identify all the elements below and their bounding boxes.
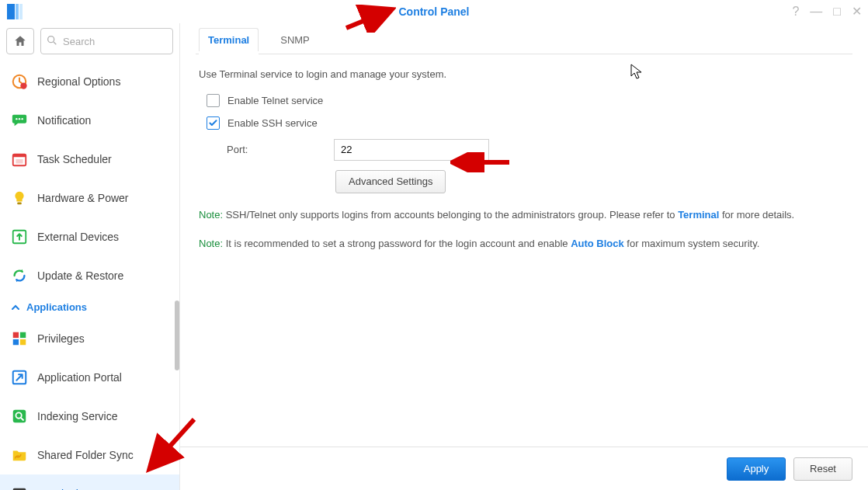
window-controls: ? — □ ✕ bbox=[792, 5, 862, 18]
sidebar-item-notification[interactable]: Notification bbox=[0, 101, 179, 140]
intro-text: Use Terminal service to login and manage… bbox=[199, 67, 849, 82]
note-1: Note: SSH/Telnet only supports logins fr… bbox=[199, 207, 849, 223]
sidebar-item-external-devices[interactable]: External Devices bbox=[0, 217, 179, 256]
close-icon[interactable]: ✕ bbox=[852, 5, 862, 18]
svg-rect-16 bbox=[20, 332, 26, 338]
reset-button[interactable]: Reset bbox=[793, 457, 852, 481]
tab-content: Use Terminal service to login and manage… bbox=[196, 54, 852, 252]
svg-point-9 bbox=[21, 118, 23, 120]
checkbox-telnet[interactable] bbox=[207, 94, 220, 107]
tab-snmp[interactable]: SNMP bbox=[276, 28, 314, 54]
apply-button[interactable]: Apply bbox=[727, 457, 786, 481]
svg-rect-12 bbox=[16, 159, 23, 164]
sidebar-item-label: Task Scheduler bbox=[37, 153, 112, 165]
sidebar-item-label: Notification bbox=[37, 114, 91, 127]
tab-bar: Terminal SNMP bbox=[196, 23, 852, 54]
footer: Apply Reset bbox=[180, 447, 868, 490]
sidebar-item-terminal-snmp[interactable]: Terminal & SNMP bbox=[0, 474, 179, 490]
note-tag: Note: bbox=[199, 209, 223, 221]
svg-rect-1 bbox=[16, 4, 19, 19]
sidebar-item-task-scheduler[interactable]: Task Scheduler bbox=[0, 140, 179, 179]
svg-point-7 bbox=[16, 118, 17, 120]
auto-block-link[interactable]: Auto Block bbox=[571, 238, 624, 249]
folder-sync-icon bbox=[11, 447, 28, 464]
sidebar-item-indexing-service[interactable]: Indexing Service bbox=[0, 397, 179, 436]
svg-rect-15 bbox=[13, 332, 19, 338]
maximize-icon[interactable]: □ bbox=[833, 5, 841, 18]
sidebar-scroll[interactable]: Regional Options Notification Task Sched… bbox=[0, 62, 179, 490]
chevron-up-icon bbox=[11, 303, 20, 312]
grid-icon bbox=[11, 330, 28, 347]
port-input[interactable] bbox=[334, 139, 489, 161]
clock-icon bbox=[11, 73, 28, 90]
chat-icon bbox=[11, 112, 28, 129]
main-panel: Terminal SNMP Use Terminal service to lo… bbox=[180, 23, 868, 490]
sidebar-item-application-portal[interactable]: Application Portal bbox=[0, 358, 179, 397]
svg-point-6 bbox=[20, 82, 26, 89]
search-input[interactable] bbox=[40, 28, 173, 54]
sidebar-section-applications[interactable]: Applications bbox=[0, 295, 179, 319]
svg-rect-20 bbox=[13, 410, 26, 423]
sidebar-item-label: Application Portal bbox=[37, 371, 122, 384]
refresh-icon bbox=[11, 267, 28, 284]
svg-rect-11 bbox=[13, 155, 26, 158]
help-icon[interactable]: ? bbox=[792, 5, 799, 18]
svg-rect-18 bbox=[20, 339, 26, 345]
sidebar-item-label: Shared Folder Sync bbox=[37, 449, 134, 461]
portal-icon bbox=[11, 369, 28, 386]
checkbox-ssh[interactable] bbox=[207, 116, 220, 130]
sidebar-item-label: Update & Restore bbox=[37, 269, 123, 282]
advanced-settings-button[interactable]: Advanced Settings bbox=[335, 170, 446, 193]
sidebar-item-hardware-power[interactable]: Hardware & Power bbox=[0, 179, 179, 217]
sidebar-item-regional-options[interactable]: Regional Options bbox=[0, 62, 179, 101]
checkbox-ssh-label: Enable SSH service bbox=[227, 116, 318, 131]
terminal-icon bbox=[11, 485, 28, 490]
svg-point-8 bbox=[19, 118, 20, 120]
svg-line-4 bbox=[54, 42, 56, 44]
sidebar-item-update-restore[interactable]: Update & Restore bbox=[0, 256, 179, 295]
search-file-icon bbox=[11, 408, 28, 425]
calendar-icon bbox=[11, 151, 28, 168]
sidebar-section-label: Applications bbox=[26, 301, 87, 313]
sidebar-item-privileges[interactable]: Privileges bbox=[0, 319, 179, 358]
bulb-icon bbox=[11, 189, 28, 207]
sidebar-item-label: Regional Options bbox=[37, 75, 120, 88]
home-icon bbox=[13, 34, 27, 48]
app-icon bbox=[6, 3, 23, 20]
scrollbar-thumb[interactable] bbox=[175, 301, 179, 370]
sidebar-item-label: External Devices bbox=[37, 231, 119, 243]
titlebar: Control Panel ? — □ ✕ bbox=[0, 0, 868, 23]
upload-icon bbox=[11, 228, 28, 245]
window-title: Control Panel bbox=[398, 5, 469, 18]
svg-rect-2 bbox=[19, 4, 23, 19]
sidebar-item-shared-folder-sync[interactable]: Shared Folder Sync bbox=[0, 436, 179, 474]
port-label: Port: bbox=[227, 142, 320, 158]
tab-terminal[interactable]: Terminal bbox=[203, 28, 254, 54]
svg-point-3 bbox=[48, 36, 54, 43]
svg-rect-13 bbox=[17, 203, 22, 205]
sidebar-item-label: Hardware & Power bbox=[37, 192, 129, 204]
svg-rect-17 bbox=[13, 339, 19, 345]
sidebar-item-label: Indexing Service bbox=[37, 410, 118, 422]
home-button[interactable] bbox=[6, 28, 34, 54]
note-2: Note: It is recommended to set a strong … bbox=[199, 236, 849, 252]
search-icon bbox=[46, 34, 58, 49]
sidebar: Regional Options Notification Task Sched… bbox=[0, 23, 180, 490]
minimize-icon[interactable]: — bbox=[810, 5, 822, 18]
terminal-link[interactable]: Terminal bbox=[678, 209, 719, 221]
svg-rect-0 bbox=[7, 4, 15, 19]
checkbox-telnet-label: Enable Telnet service bbox=[227, 93, 323, 109]
note-tag: Note: bbox=[199, 238, 223, 249]
sidebar-item-label: Privileges bbox=[37, 332, 85, 345]
